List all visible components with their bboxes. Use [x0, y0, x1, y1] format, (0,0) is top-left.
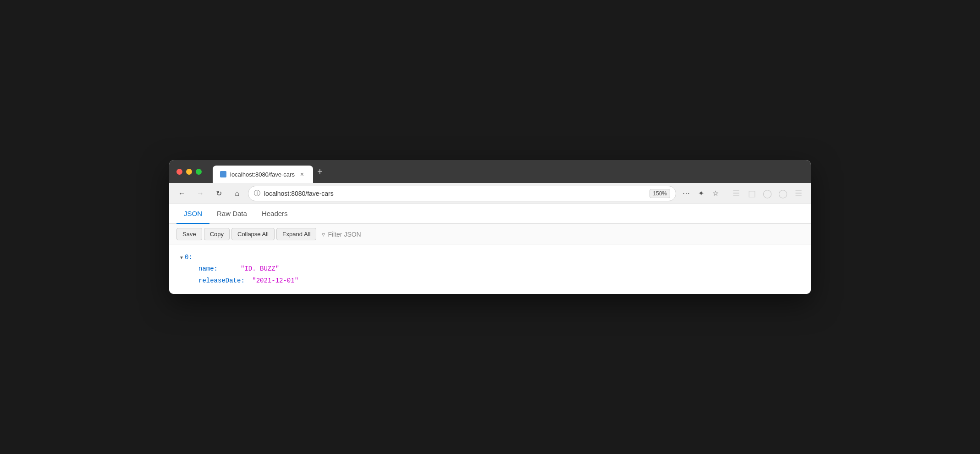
toolbar-right: ☰ ◫ ◯ ◯ ☰: [729, 187, 805, 200]
json-content: ▼ 0: name: "ID. BUZZ" releaseDate: "2021…: [169, 244, 811, 294]
close-button[interactable]: [176, 169, 182, 175]
tab-bar: localhost:8080/fave-cars × +: [209, 160, 811, 183]
tab-title: localhost:8080/fave-cars: [230, 171, 295, 178]
minimize-button[interactable]: [186, 169, 192, 175]
bookmark-icon[interactable]: ☆: [709, 187, 722, 200]
tab-close-icon[interactable]: ×: [298, 171, 306, 178]
sidebar-icon[interactable]: ◫: [745, 187, 759, 200]
tab-headers[interactable]: Headers: [254, 204, 295, 224]
traffic-lights: [169, 160, 209, 183]
info-icon: ⓘ: [254, 189, 260, 198]
json-key-name: name:: [198, 263, 218, 275]
address-text: localhost:8080/fave-cars: [264, 190, 646, 197]
reload-button[interactable]: ↻: [211, 186, 226, 201]
address-bar[interactable]: ⓘ localhost:8080/fave-cars 150%: [248, 186, 676, 201]
viewer-tabs: JSON Raw Data Headers: [169, 204, 811, 224]
pocket-icon[interactable]: ✦: [694, 187, 707, 200]
nav-bar: ← → ↻ ⌂ ⓘ localhost:8080/fave-cars 150% …: [169, 183, 811, 204]
title-bar: localhost:8080/fave-cars × +: [169, 160, 811, 183]
json-spacer-1: [218, 263, 237, 275]
copy-button[interactable]: Copy: [204, 228, 230, 240]
menu-icon[interactable]: ☰: [792, 187, 805, 200]
save-button[interactable]: Save: [176, 228, 202, 240]
clock-icon[interactable]: ◯: [760, 187, 774, 200]
filter-label: Filter JSON: [328, 231, 361, 238]
filter-icon: ▿: [322, 231, 325, 238]
nav-actions: ⋯ ✦ ☆: [680, 187, 722, 200]
json-index: 0:: [185, 252, 193, 263]
browser-window: localhost:8080/fave-cars × + ← → ↻ ⌂ ⓘ l…: [169, 160, 811, 294]
maximize-button[interactable]: [196, 169, 202, 175]
json-field-release-date: releaseDate: "2021-12-01": [180, 275, 800, 287]
zoom-badge[interactable]: 150%: [650, 189, 670, 198]
json-key-release-date: releaseDate:: [198, 275, 245, 287]
tab-favicon: [220, 171, 226, 177]
account-icon[interactable]: ◯: [776, 187, 790, 200]
collapse-arrow-icon[interactable]: ▼: [180, 254, 183, 262]
active-tab[interactable]: localhost:8080/fave-cars ×: [213, 166, 313, 183]
new-tab-button[interactable]: +: [313, 165, 327, 178]
tab-json[interactable]: JSON: [176, 204, 209, 224]
more-options-button[interactable]: ⋯: [680, 187, 693, 200]
tab-raw-data[interactable]: Raw Data: [209, 204, 254, 224]
json-value-name: "ID. BUZZ": [241, 263, 279, 275]
home-button[interactable]: ⌂: [230, 186, 244, 201]
json-toolbar: Save Copy Collapse All Expand All ▿ Filt…: [169, 224, 811, 244]
json-field-name: name: "ID. BUZZ": [180, 263, 800, 275]
content-area: JSON Raw Data Headers Save Copy Collapse…: [169, 204, 811, 294]
forward-button[interactable]: →: [193, 186, 208, 201]
filter-area[interactable]: ▿ Filter JSON: [322, 231, 361, 238]
back-button[interactable]: ←: [175, 186, 189, 201]
json-spacer-2: [245, 275, 248, 287]
expand-all-button[interactable]: Expand All: [276, 228, 316, 240]
json-value-release-date: "2021-12-01": [252, 275, 298, 287]
json-root-row: ▼ 0:: [180, 252, 800, 263]
library-icon[interactable]: ☰: [729, 187, 743, 200]
collapse-all-button[interactable]: Collapse All: [231, 228, 275, 240]
